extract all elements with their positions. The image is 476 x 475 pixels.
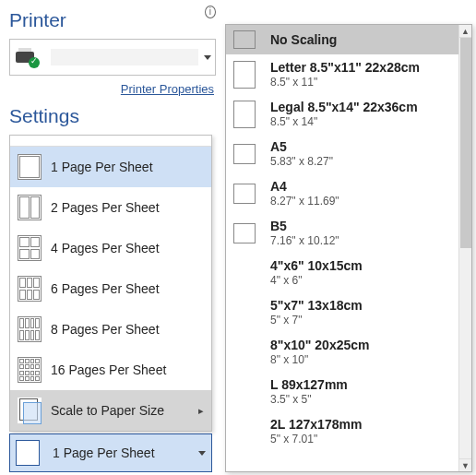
paper-dimensions: 8.5" x 11"	[270, 76, 420, 89]
paper-size-option[interactable]: Legal 8.5"x14" 22x36cm8.5" x 14"	[226, 94, 458, 134]
paper-dimensions: 3.5" x 5"	[270, 393, 348, 406]
paper-swatch-icon	[233, 299, 256, 327]
paper-name: B5	[270, 219, 339, 233]
paper-dimensions: 5" x 7.01"	[270, 433, 362, 445]
printer-icon	[14, 48, 40, 66]
pages-per-sheet-option[interactable]: 2 Pages Per Sheet	[10, 187, 211, 228]
paper-name: L 89x127mm	[270, 377, 348, 392]
pages-per-sheet-menu: 1 Page Per Sheet2 Pages Per Sheet4 Pages…	[9, 135, 212, 432]
paper-dimensions: 5" x 7"	[270, 314, 363, 327]
grid-icon	[18, 316, 42, 342]
paper-size-option[interactable]: 8"x10" 20x25cm8" x 10"	[226, 332, 458, 372]
paper-swatch-icon	[233, 101, 256, 128]
printer-properties-link[interactable]: Printer Properties	[121, 82, 214, 96]
scroll-up-button[interactable]: ▲	[459, 25, 471, 38]
grid-icon	[18, 154, 42, 180]
scrollbar[interactable]: ▲ ▼	[458, 25, 471, 471]
option-label: 16 Pages Per Sheet	[51, 362, 166, 377]
paper-swatch-icon	[233, 378, 256, 406]
paper-size-option[interactable]: Letter 8.5"x11" 22x28cm8.5" x 11"	[226, 54, 458, 94]
settings-heading: Settings	[9, 105, 216, 127]
pages-per-sheet-dropdown[interactable]: 1 Page Per Sheet	[9, 433, 212, 472]
paper-name: 8"x10" 20x25cm	[270, 338, 369, 352]
paper-swatch-icon	[233, 61, 256, 89]
chevron-right-icon: ▸	[198, 405, 204, 417]
paper-name: A5	[270, 139, 333, 154]
paper-size-option[interactable]: 2L 127x178mm5" x 7.01"	[226, 411, 458, 451]
pages-per-sheet-option[interactable]: 16 Pages Per Sheet	[10, 350, 211, 390]
grid-icon	[18, 276, 42, 302]
chevron-down-icon	[204, 55, 211, 60]
paper-size-option[interactable]: 5"x7" 13x18cm5" x 7"	[226, 292, 458, 332]
paper-name: A4	[270, 179, 339, 194]
printer-heading: Printer	[9, 9, 66, 31]
paper-name: 5"x7" 13x18cm	[270, 298, 363, 313]
grid-icon	[18, 357, 42, 383]
paper-dimensions: 8" x 10"	[270, 353, 369, 366]
paper-swatch-icon	[233, 338, 256, 366]
paper-swatch-icon	[233, 418, 256, 445]
info-icon[interactable]: i	[205, 6, 216, 18]
option-label: 2 Pages Per Sheet	[51, 200, 160, 215]
paper-dimensions: 7.16" x 10.12"	[270, 234, 339, 247]
paper-swatch-icon	[233, 223, 256, 243]
paper-swatch-icon	[233, 184, 256, 204]
grid-icon	[18, 195, 42, 220]
page-icon	[16, 440, 40, 466]
scale-to-paper-size-item[interactable]: Scale to Paper Size ▸	[10, 390, 211, 431]
paper-noscaling-label: No Scaling	[270, 32, 337, 47]
scale-icon	[18, 398, 42, 423]
paper-swatch-icon	[233, 144, 256, 164]
printer-dropdown[interactable]	[9, 39, 216, 76]
paper-dimensions: 5.83" x 8.27"	[270, 155, 333, 168]
paper-size-option[interactable]: A48.27" x 11.69"	[226, 173, 458, 213]
paper-name: Legal 8.5"x14" 22x36cm	[270, 100, 418, 114]
paper-dimensions: 4" x 6"	[270, 274, 363, 287]
chevron-down-icon	[198, 451, 206, 456]
current-selection: 1 Page Per Sheet	[53, 445, 198, 460]
printer-name-redacted	[51, 49, 198, 65]
scale-label: Scale to Paper Size	[51, 403, 164, 418]
pages-per-sheet-option[interactable]: 6 Pages Per Sheet	[10, 268, 211, 309]
paper-size-option[interactable]: A55.83" x 8.27"	[226, 134, 458, 173]
paper-size-option[interactable]: 4"x6" 10x15cm4" x 6"	[226, 253, 458, 292]
paper-name: Letter 8.5"x11" 22x28cm	[270, 60, 420, 75]
paper-name: 4"x6" 10x15cm	[270, 258, 363, 273]
pages-per-sheet-option[interactable]: 1 Page Per Sheet	[10, 147, 211, 187]
paper-noscaling[interactable]: No Scaling	[226, 25, 458, 54]
scroll-down-button[interactable]: ▼	[459, 458, 471, 471]
option-label: 8 Pages Per Sheet	[51, 322, 160, 337]
option-label: 6 Pages Per Sheet	[51, 281, 160, 296]
grid-icon	[18, 235, 42, 261]
paper-size-option[interactable]: L 89x127mm3.5" x 5"	[226, 372, 458, 411]
paper-name: 2L 127x178mm	[270, 417, 362, 432]
pages-per-sheet-option[interactable]: 8 Pages Per Sheet	[10, 309, 211, 350]
paper-swatch-icon	[233, 30, 256, 49]
paper-size-flyout: No Scaling Letter 8.5"x11" 22x28cm8.5" x…	[225, 24, 472, 472]
paper-size-option[interactable]: B57.16" x 10.12"	[226, 213, 458, 253]
option-label: 4 Pages Per Sheet	[51, 241, 160, 255]
scroll-thumb[interactable]	[460, 38, 471, 248]
pages-per-sheet-option[interactable]: 4 Pages Per Sheet	[10, 228, 211, 268]
option-label: 1 Page Per Sheet	[51, 160, 153, 174]
paper-dimensions: 8.27" x 11.69"	[270, 195, 339, 208]
paper-swatch-icon	[233, 259, 256, 287]
paper-dimensions: 8.5" x 14"	[270, 115, 418, 128]
